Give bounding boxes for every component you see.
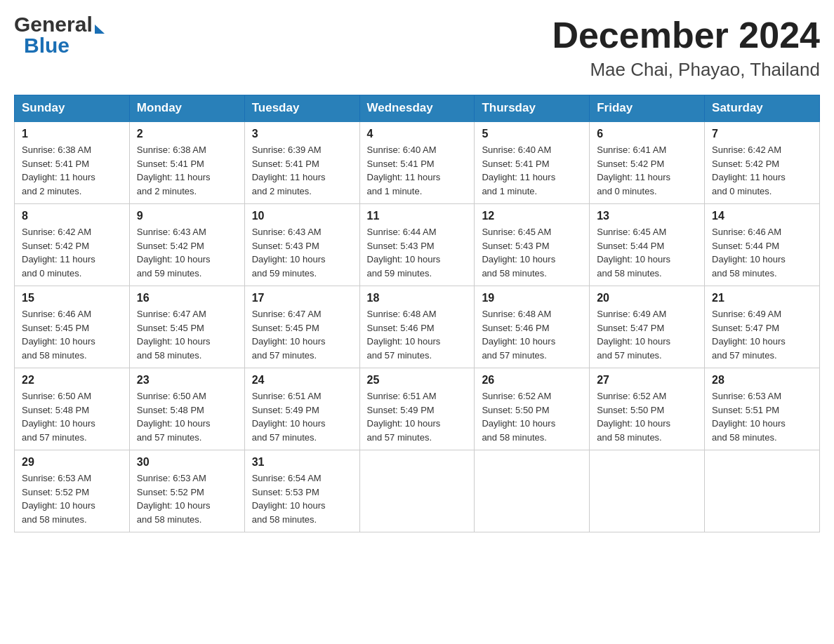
calendar-cell: 28 Sunrise: 6:53 AMSunset: 5:51 PMDaylig… xyxy=(705,368,820,450)
calendar-cell: 29 Sunrise: 6:53 AMSunset: 5:52 PMDaylig… xyxy=(15,450,130,532)
day-info: Sunrise: 6:49 AMSunset: 5:47 PMDaylight:… xyxy=(712,307,812,362)
calendar-cell: 1 Sunrise: 6:38 AMSunset: 5:41 PMDayligh… xyxy=(15,121,130,204)
calendar-cell: 30 Sunrise: 6:53 AMSunset: 5:52 PMDaylig… xyxy=(129,450,244,532)
calendar-cell: 5 Sunrise: 6:40 AMSunset: 5:41 PMDayligh… xyxy=(475,121,590,204)
calendar-cell: 4 Sunrise: 6:40 AMSunset: 5:41 PMDayligh… xyxy=(359,121,475,204)
logo-blue-text: Blue xyxy=(24,35,70,56)
calendar-cell: 8 Sunrise: 6:42 AMSunset: 5:42 PMDayligh… xyxy=(15,204,130,286)
day-info: Sunrise: 6:51 AMSunset: 5:49 PMDaylight:… xyxy=(367,389,468,444)
calendar-day-header-thursday: Thursday xyxy=(475,95,590,122)
page-header: General Blue December 2024 Mae Chai, Pha… xyxy=(14,14,820,81)
calendar-cell xyxy=(475,450,590,532)
calendar-day-header-sunday: Sunday xyxy=(15,95,130,122)
calendar-cell: 15 Sunrise: 6:46 AMSunset: 5:45 PMDaylig… xyxy=(15,286,130,368)
day-number: 25 xyxy=(367,374,468,387)
calendar-cell: 27 Sunrise: 6:52 AMSunset: 5:50 PMDaylig… xyxy=(590,368,705,450)
day-info: Sunrise: 6:47 AMSunset: 5:45 PMDaylight:… xyxy=(252,307,352,362)
calendar-cell: 31 Sunrise: 6:54 AMSunset: 5:53 PMDaylig… xyxy=(244,450,359,532)
day-number: 23 xyxy=(137,374,237,387)
calendar-cell xyxy=(359,450,475,532)
day-number: 4 xyxy=(367,128,468,140)
day-number: 15 xyxy=(22,292,122,304)
day-info: Sunrise: 6:53 AMSunset: 5:51 PMDaylight:… xyxy=(712,389,812,444)
calendar-cell: 17 Sunrise: 6:47 AMSunset: 5:45 PMDaylig… xyxy=(244,286,359,368)
day-info: Sunrise: 6:50 AMSunset: 5:48 PMDaylight:… xyxy=(137,389,237,444)
day-info: Sunrise: 6:41 AMSunset: 5:42 PMDaylight:… xyxy=(597,143,697,198)
day-number: 12 xyxy=(482,210,582,222)
calendar-cell: 18 Sunrise: 6:48 AMSunset: 5:46 PMDaylig… xyxy=(359,286,475,368)
day-number: 19 xyxy=(482,292,582,304)
day-number: 9 xyxy=(137,210,237,222)
day-number: 30 xyxy=(137,456,237,469)
day-info: Sunrise: 6:54 AMSunset: 5:53 PMDaylight:… xyxy=(252,471,352,526)
day-info: Sunrise: 6:52 AMSunset: 5:50 PMDaylight:… xyxy=(482,389,582,444)
calendar-day-header-tuesday: Tuesday xyxy=(244,95,359,122)
calendar-week-row: 22 Sunrise: 6:50 AMSunset: 5:48 PMDaylig… xyxy=(15,368,820,450)
day-number: 10 xyxy=(252,210,352,222)
day-number: 5 xyxy=(482,128,582,140)
calendar-cell: 12 Sunrise: 6:45 AMSunset: 5:43 PMDaylig… xyxy=(475,204,590,286)
day-info: Sunrise: 6:50 AMSunset: 5:48 PMDaylight:… xyxy=(22,389,122,444)
month-year-title: December 2024 xyxy=(552,14,820,56)
day-number: 24 xyxy=(252,374,352,387)
day-info: Sunrise: 6:45 AMSunset: 5:43 PMDaylight:… xyxy=(482,225,582,280)
title-section: December 2024 Mae Chai, Phayao, Thailand xyxy=(552,14,820,81)
calendar-cell: 25 Sunrise: 6:51 AMSunset: 5:49 PMDaylig… xyxy=(359,368,475,450)
day-info: Sunrise: 6:52 AMSunset: 5:50 PMDaylight:… xyxy=(597,389,697,444)
day-info: Sunrise: 6:40 AMSunset: 5:41 PMDaylight:… xyxy=(482,143,582,198)
logo-general-text: General xyxy=(14,14,93,35)
day-number: 1 xyxy=(22,128,122,140)
day-info: Sunrise: 6:47 AMSunset: 5:45 PMDaylight:… xyxy=(137,307,237,362)
day-info: Sunrise: 6:40 AMSunset: 5:41 PMDaylight:… xyxy=(367,143,468,198)
logo: General Blue xyxy=(14,14,105,56)
day-info: Sunrise: 6:48 AMSunset: 5:46 PMDaylight:… xyxy=(367,307,468,362)
calendar-cell: 2 Sunrise: 6:38 AMSunset: 5:41 PMDayligh… xyxy=(129,121,244,204)
day-info: Sunrise: 6:51 AMSunset: 5:49 PMDaylight:… xyxy=(252,389,352,444)
day-info: Sunrise: 6:38 AMSunset: 5:41 PMDaylight:… xyxy=(22,143,122,198)
day-number: 20 xyxy=(597,292,697,304)
calendar-week-row: 1 Sunrise: 6:38 AMSunset: 5:41 PMDayligh… xyxy=(15,121,820,204)
day-number: 3 xyxy=(252,128,352,140)
calendar-cell xyxy=(705,450,820,532)
calendar-day-header-monday: Monday xyxy=(129,95,244,122)
day-number: 16 xyxy=(137,292,237,304)
calendar-cell: 6 Sunrise: 6:41 AMSunset: 5:42 PMDayligh… xyxy=(590,121,705,204)
calendar-cell: 11 Sunrise: 6:44 AMSunset: 5:43 PMDaylig… xyxy=(359,204,475,286)
day-number: 8 xyxy=(22,210,122,222)
calendar-week-row: 8 Sunrise: 6:42 AMSunset: 5:42 PMDayligh… xyxy=(15,204,820,286)
calendar-day-header-wednesday: Wednesday xyxy=(359,95,475,122)
day-info: Sunrise: 6:38 AMSunset: 5:41 PMDaylight:… xyxy=(137,143,237,198)
day-number: 27 xyxy=(597,374,697,387)
day-number: 13 xyxy=(597,210,697,222)
calendar-cell: 14 Sunrise: 6:46 AMSunset: 5:44 PMDaylig… xyxy=(705,204,820,286)
calendar-cell: 9 Sunrise: 6:43 AMSunset: 5:42 PMDayligh… xyxy=(129,204,244,286)
calendar-cell xyxy=(590,450,705,532)
location-subtitle: Mae Chai, Phayao, Thailand xyxy=(552,59,820,81)
day-info: Sunrise: 6:43 AMSunset: 5:42 PMDaylight:… xyxy=(137,225,237,280)
day-info: Sunrise: 6:46 AMSunset: 5:44 PMDaylight:… xyxy=(712,225,812,280)
day-number: 31 xyxy=(252,456,352,469)
logo-triangle-icon xyxy=(95,25,105,34)
day-number: 21 xyxy=(712,292,812,304)
calendar-cell: 22 Sunrise: 6:50 AMSunset: 5:48 PMDaylig… xyxy=(15,368,130,450)
calendar-cell: 3 Sunrise: 6:39 AMSunset: 5:41 PMDayligh… xyxy=(244,121,359,204)
calendar-cell: 24 Sunrise: 6:51 AMSunset: 5:49 PMDaylig… xyxy=(244,368,359,450)
day-info: Sunrise: 6:46 AMSunset: 5:45 PMDaylight:… xyxy=(22,307,122,362)
day-number: 14 xyxy=(712,210,812,222)
day-number: 17 xyxy=(252,292,352,304)
day-info: Sunrise: 6:53 AMSunset: 5:52 PMDaylight:… xyxy=(137,471,237,526)
calendar-week-row: 15 Sunrise: 6:46 AMSunset: 5:45 PMDaylig… xyxy=(15,286,820,368)
calendar-cell: 26 Sunrise: 6:52 AMSunset: 5:50 PMDaylig… xyxy=(475,368,590,450)
day-number: 29 xyxy=(22,456,122,469)
day-info: Sunrise: 6:42 AMSunset: 5:42 PMDaylight:… xyxy=(712,143,812,198)
calendar-table: SundayMondayTuesdayWednesdayThursdayFrid… xyxy=(14,95,820,532)
day-number: 26 xyxy=(482,374,582,387)
calendar-cell: 10 Sunrise: 6:43 AMSunset: 5:43 PMDaylig… xyxy=(244,204,359,286)
day-number: 11 xyxy=(367,210,468,222)
day-info: Sunrise: 6:49 AMSunset: 5:47 PMDaylight:… xyxy=(597,307,697,362)
calendar-cell: 7 Sunrise: 6:42 AMSunset: 5:42 PMDayligh… xyxy=(705,121,820,204)
day-info: Sunrise: 6:39 AMSunset: 5:41 PMDaylight:… xyxy=(252,143,352,198)
calendar-cell: 23 Sunrise: 6:50 AMSunset: 5:48 PMDaylig… xyxy=(129,368,244,450)
day-number: 6 xyxy=(597,128,697,140)
calendar-cell: 20 Sunrise: 6:49 AMSunset: 5:47 PMDaylig… xyxy=(590,286,705,368)
